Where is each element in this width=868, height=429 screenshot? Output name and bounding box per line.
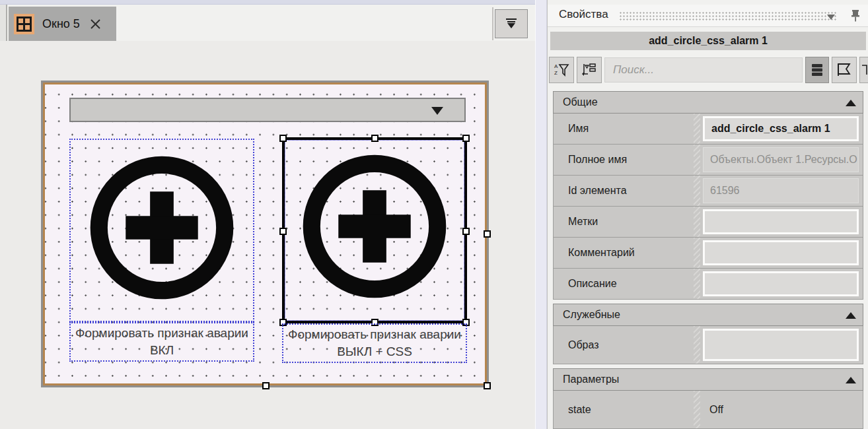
canvas-surface[interactable]: Формировать признак аварии ВКЛ xyxy=(43,82,487,385)
section-general[interactable]: Общие xyxy=(553,91,863,114)
bind-tree-button[interactable] xyxy=(577,57,602,83)
section-service[interactable]: Служебные xyxy=(553,304,863,326)
row-state: state Off xyxy=(553,391,863,429)
collapse-arrow-icon[interactable] xyxy=(846,312,856,319)
name-input[interactable]: add_circle_css_alarm 1 xyxy=(703,116,859,141)
resize-handle-w[interactable] xyxy=(279,228,287,235)
row-tags: Метки xyxy=(553,207,863,238)
sort-filter-icon: A Z xyxy=(554,62,569,78)
row-full-name: Полное имя Объекты.Объект 1.Ресурсы.О xyxy=(553,145,863,176)
row-full-name-label: Полное имя xyxy=(568,154,627,166)
svg-text:A: A xyxy=(554,63,558,69)
properties-toolbar: A Z xyxy=(548,57,868,83)
section-parameters-title: Параметры xyxy=(563,374,619,385)
editor-panel: Окно 5 xyxy=(0,5,535,429)
svg-text:Z: Z xyxy=(554,70,558,76)
row-description: Описание xyxy=(553,269,863,300)
image-input[interactable] xyxy=(703,329,859,361)
tab-overflow-button[interactable] xyxy=(495,9,528,38)
search-input[interactable] xyxy=(605,58,802,82)
row-tags-label: Метки xyxy=(568,216,598,228)
label-alarm-off[interactable]: Формировать признак аварии ВЫКЛ + CSS xyxy=(282,323,467,363)
row-comment: Комментарий xyxy=(553,238,863,269)
list-view-icon xyxy=(811,62,824,78)
panel-drag-handle[interactable] xyxy=(619,11,837,21)
properties-panel: Свойства add_circle_css_alarm 1 A Z xyxy=(547,0,868,429)
tab-overflow-icon xyxy=(504,16,519,31)
canvas-resize-handle-s[interactable] xyxy=(262,382,270,389)
design-canvas[interactable]: Формировать признак аварии ВКЛ xyxy=(41,81,489,387)
column-divider xyxy=(694,145,700,175)
section-parameters[interactable]: Параметры xyxy=(553,368,863,391)
row-element-id: Id элемента 61596 xyxy=(553,176,863,207)
selected-object-title: add_circle_css_alarm 1 xyxy=(550,32,866,50)
resize-handle-nw[interactable] xyxy=(279,135,287,142)
panel-menu-arrow-icon[interactable] xyxy=(827,15,835,20)
pin-icon[interactable] xyxy=(850,9,861,23)
state-value[interactable]: Off xyxy=(709,404,723,416)
properties-panel-header: Свойства xyxy=(548,5,868,27)
section-general-title: Общие xyxy=(563,96,598,108)
tab-window-5[interactable]: Окно 5 xyxy=(9,7,116,41)
widget-add-circle-alarm-off[interactable] xyxy=(282,137,467,323)
selection-dotted-outline xyxy=(285,140,464,321)
comment-input[interactable] xyxy=(703,240,859,265)
column-divider xyxy=(694,269,700,299)
row-image: Образ xyxy=(553,326,863,364)
search-box xyxy=(604,57,803,82)
column-divider xyxy=(694,391,700,428)
tab-bar: Окно 5 xyxy=(0,5,535,41)
canvas-resize-handle-se[interactable] xyxy=(484,382,491,389)
panel-splitter[interactable] xyxy=(535,0,547,429)
window-grid-icon xyxy=(14,14,34,34)
full-name-value: Объекты.Объект 1.Ресурсы.О xyxy=(703,147,859,172)
combobox-arrow-icon xyxy=(431,107,443,115)
resize-handle-e[interactable] xyxy=(462,228,470,235)
column-divider xyxy=(694,238,700,268)
description-input[interactable] xyxy=(703,271,859,296)
canvas-resize-handle-e[interactable] xyxy=(484,230,491,238)
element-id-value: 61596 xyxy=(703,178,859,203)
tab-label: Окно 5 xyxy=(42,17,80,31)
tab-bar-edge xyxy=(0,5,7,41)
list-view-button[interactable] xyxy=(805,57,829,83)
column-divider xyxy=(694,326,700,364)
row-comment-label: Комментарий xyxy=(568,247,635,259)
column-divider xyxy=(694,114,700,144)
flag-view-button[interactable] xyxy=(832,57,857,83)
section-service-title: Служебные xyxy=(563,309,620,321)
row-element-id-label: Id элемента xyxy=(568,185,627,197)
row-description-label: Описание xyxy=(568,278,617,290)
property-grid: Общие Имя add_circle_css_alarm 1 Полное … xyxy=(553,91,868,429)
tags-input[interactable] xyxy=(703,209,859,234)
column-divider xyxy=(694,176,700,206)
label-alarm-off-text: Формировать признак аварии ВЫКЛ + CSS xyxy=(283,326,466,360)
tab-bar-separator xyxy=(492,7,493,40)
label-alarm-on[interactable]: Формировать признак аварии ВКЛ xyxy=(69,322,254,362)
row-name: Имя add_circle_css_alarm 1 xyxy=(553,114,863,145)
row-image-label: Образ xyxy=(568,339,599,351)
label-alarm-on-text: Формировать признак аварии ВКЛ xyxy=(71,325,253,359)
flag-icon xyxy=(836,62,852,78)
collapse-arrow-icon[interactable] xyxy=(846,100,856,106)
resize-handle-n[interactable] xyxy=(371,135,379,142)
app-window: Окно 5 xyxy=(0,0,868,429)
toolbar-overflow-icon xyxy=(861,62,867,78)
widget-add-circle-alarm-on[interactable] xyxy=(69,139,254,322)
resize-handle-ne[interactable] xyxy=(462,135,470,142)
bind-tree-icon xyxy=(581,62,597,78)
toolbar-overflow-button[interactable] xyxy=(859,57,868,83)
collapse-arrow-icon[interactable] xyxy=(846,377,856,383)
combobox-widget[interactable] xyxy=(69,98,466,122)
properties-panel-title: Свойства xyxy=(559,8,608,21)
add-circle-icon xyxy=(83,149,240,306)
row-name-label: Имя xyxy=(568,123,589,135)
tab-close-icon[interactable] xyxy=(89,17,102,30)
row-state-label: state xyxy=(568,404,591,416)
sort-filter-button[interactable]: A Z xyxy=(549,57,574,83)
column-divider xyxy=(694,207,700,237)
